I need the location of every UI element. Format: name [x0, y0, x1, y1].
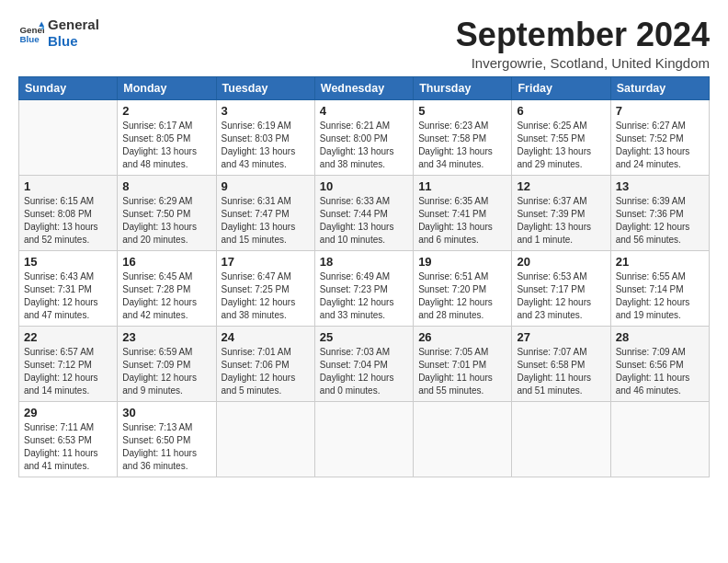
daylight-text: Daylight: 12 hours and 56 minutes. [616, 222, 690, 245]
sunset-text: Sunset: 7:12 PM [24, 360, 92, 370]
day-number: 8 [122, 179, 210, 193]
daylight-text: Daylight: 12 hours and 14 minutes. [24, 373, 98, 396]
daylight-text: Daylight: 13 hours and 1 minute. [517, 222, 591, 245]
table-row: 6Sunrise: 6:25 AMSunset: 7:55 PMDaylight… [512, 99, 610, 175]
logo: General Blue General Blue [18, 17, 99, 50]
table-row: 12Sunrise: 6:37 AMSunset: 7:39 PMDayligh… [512, 175, 610, 250]
day-number: 24 [222, 330, 310, 344]
daylight-text: Daylight: 13 hours and 38 minutes. [320, 146, 394, 169]
sunrise-text: Sunrise: 7:11 AM [24, 422, 94, 432]
daylight-text: Daylight: 11 hours and 55 minutes. [418, 373, 493, 396]
table-row: 28Sunrise: 7:09 AMSunset: 6:56 PMDayligh… [610, 326, 709, 401]
sunset-text: Sunset: 8:03 PM [222, 133, 290, 144]
day-number: 26 [418, 330, 506, 344]
day-number: 23 [122, 330, 210, 344]
col-thursday: Thursday [414, 76, 512, 99]
sunrise-text: Sunrise: 6:23 AM [418, 121, 488, 131]
daylight-text: Daylight: 13 hours and 10 minutes. [320, 222, 394, 245]
day-number: 12 [517, 179, 605, 193]
day-number: 13 [616, 179, 704, 193]
table-row: 15Sunrise: 6:43 AMSunset: 7:31 PMDayligh… [19, 250, 118, 326]
sunset-text: Sunset: 7:39 PM [517, 209, 585, 219]
table-row [216, 401, 314, 477]
sunrise-text: Sunrise: 6:37 AM [517, 196, 586, 206]
table-row: 24Sunrise: 7:01 AMSunset: 7:06 PMDayligh… [216, 326, 314, 401]
daylight-text: Daylight: 12 hours and 0 minutes. [320, 373, 394, 396]
sunrise-text: Sunrise: 6:21 AM [320, 121, 390, 131]
sunrise-text: Sunrise: 6:17 AM [122, 121, 192, 131]
page-header: General Blue General Blue September 2024… [18, 17, 710, 71]
calendar-week-row: 29Sunrise: 7:11 AMSunset: 6:53 PMDayligh… [19, 401, 710, 477]
sunset-text: Sunset: 7:14 PM [616, 284, 684, 294]
logo-general: General [48, 17, 99, 33]
day-number: 27 [517, 330, 605, 344]
col-friday: Friday [512, 76, 610, 99]
sunset-text: Sunset: 7:55 PM [517, 133, 585, 144]
sunrise-text: Sunrise: 7:01 AM [222, 347, 291, 357]
sunset-text: Sunset: 6:53 PM [24, 435, 92, 445]
daylight-text: Daylight: 12 hours and 33 minutes. [320, 297, 394, 320]
daylight-text: Daylight: 13 hours and 48 minutes. [122, 146, 197, 169]
table-row [512, 401, 610, 477]
col-monday: Monday [118, 76, 216, 99]
daylight-text: Daylight: 12 hours and 38 minutes. [222, 297, 296, 320]
sunset-text: Sunset: 8:05 PM [122, 133, 190, 144]
col-saturday: Saturday [610, 76, 709, 99]
sunrise-text: Sunrise: 6:27 AM [616, 121, 686, 131]
day-number: 18 [320, 255, 408, 269]
daylight-text: Daylight: 13 hours and 43 minutes. [222, 146, 296, 169]
calendar-week-row: 15Sunrise: 6:43 AMSunset: 7:31 PMDayligh… [19, 250, 710, 326]
sunrise-text: Sunrise: 6:45 AM [122, 271, 192, 282]
daylight-text: Daylight: 12 hours and 23 minutes. [517, 297, 591, 320]
sunrise-text: Sunrise: 7:05 AM [418, 347, 488, 357]
table-row [610, 401, 709, 477]
daylight-text: Daylight: 11 hours and 51 minutes. [517, 373, 591, 396]
day-number: 17 [222, 255, 310, 269]
day-number: 30 [122, 406, 210, 419]
sunset-text: Sunset: 7:44 PM [320, 209, 388, 219]
daylight-text: Daylight: 13 hours and 6 minutes. [418, 222, 493, 245]
day-number: 6 [517, 104, 605, 118]
table-row: 20Sunrise: 6:53 AMSunset: 7:17 PMDayligh… [512, 250, 610, 326]
sunset-text: Sunset: 7:23 PM [320, 284, 388, 294]
daylight-text: Daylight: 13 hours and 34 minutes. [418, 146, 493, 169]
daylight-text: Daylight: 12 hours and 42 minutes. [122, 297, 197, 320]
sunrise-text: Sunrise: 6:55 AM [616, 271, 686, 282]
daylight-text: Daylight: 13 hours and 20 minutes. [122, 222, 197, 245]
table-row: 2Sunrise: 6:17 AMSunset: 8:05 PMDaylight… [118, 99, 216, 175]
sunrise-text: Sunrise: 6:59 AM [122, 347, 192, 357]
day-number: 4 [320, 104, 408, 118]
table-row: 16Sunrise: 6:45 AMSunset: 7:28 PMDayligh… [118, 250, 216, 326]
day-number: 2 [122, 104, 210, 118]
day-number: 15 [24, 255, 112, 269]
day-number: 19 [418, 255, 506, 269]
table-row: 18Sunrise: 6:49 AMSunset: 7:23 PMDayligh… [314, 250, 413, 326]
table-row: 19Sunrise: 6:51 AMSunset: 7:20 PMDayligh… [414, 250, 512, 326]
col-sunday: Sunday [19, 76, 118, 99]
table-row [314, 401, 413, 477]
table-row: 11Sunrise: 6:35 AMSunset: 7:41 PMDayligh… [414, 175, 512, 250]
day-number: 5 [418, 104, 506, 118]
daylight-text: Daylight: 13 hours and 52 minutes. [24, 222, 98, 245]
col-tuesday: Tuesday [216, 76, 314, 99]
table-row: 22Sunrise: 6:57 AMSunset: 7:12 PMDayligh… [19, 326, 118, 401]
sunset-text: Sunset: 7:20 PM [418, 284, 486, 294]
sunrise-text: Sunrise: 6:19 AM [222, 121, 291, 131]
sunset-text: Sunset: 7:28 PM [122, 284, 190, 294]
month-title: September 2024 [456, 17, 710, 53]
table-row: 23Sunrise: 6:59 AMSunset: 7:09 PMDayligh… [118, 326, 216, 401]
table-row: 25Sunrise: 7:03 AMSunset: 7:04 PMDayligh… [314, 326, 413, 401]
calendar-header-row: Sunday Monday Tuesday Wednesday Thursday… [19, 76, 710, 99]
table-row: 13Sunrise: 6:39 AMSunset: 7:36 PMDayligh… [610, 175, 709, 250]
sunrise-text: Sunrise: 7:09 AM [616, 347, 686, 357]
calendar-week-row: 22Sunrise: 6:57 AMSunset: 7:12 PMDayligh… [19, 326, 710, 401]
table-row: 26Sunrise: 7:05 AMSunset: 7:01 PMDayligh… [414, 326, 512, 401]
sunrise-text: Sunrise: 6:25 AM [517, 121, 586, 131]
day-number: 28 [616, 330, 704, 344]
sunset-text: Sunset: 6:50 PM [122, 435, 190, 445]
table-row: 5Sunrise: 6:23 AMSunset: 7:58 PMDaylight… [414, 99, 512, 175]
sunset-text: Sunset: 8:00 PM [320, 133, 388, 144]
sunset-text: Sunset: 7:50 PM [122, 209, 190, 219]
day-number: 22 [24, 330, 112, 344]
location: Invergowrie, Scotland, United Kingdom [456, 55, 710, 71]
